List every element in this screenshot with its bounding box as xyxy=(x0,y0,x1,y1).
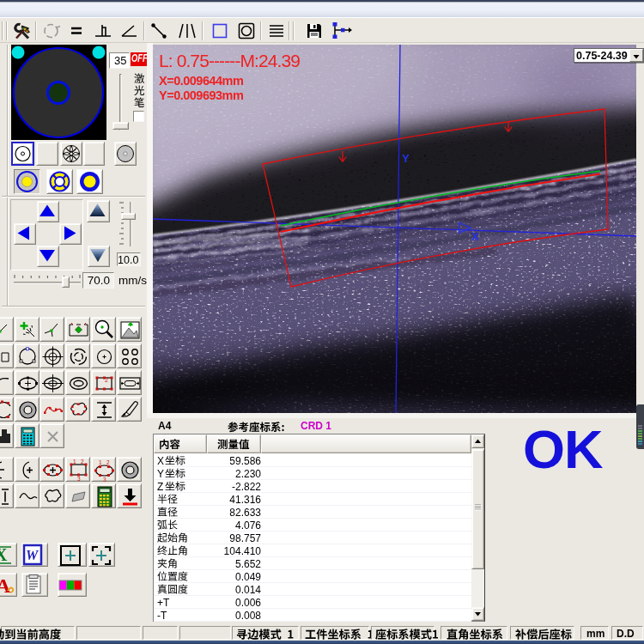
svg-text:2: 2 xyxy=(105,377,108,383)
svg-text:X=0.009644mm: X=0.009644mm xyxy=(159,74,243,88)
svg-text:Y=0.009693mm: Y=0.009693mm xyxy=(159,88,243,102)
svg-text:X: X xyxy=(471,230,479,243)
svg-text:W: W xyxy=(26,548,39,562)
svg-text:A: A xyxy=(0,574,11,596)
svg-text:L: 0.75------M:24.39: L: 0.75------M:24.39 xyxy=(159,51,300,70)
svg-text:X: X xyxy=(0,545,8,564)
svg-text:Y: Y xyxy=(402,152,410,165)
svg-text:1: 1 xyxy=(73,459,76,465)
svg-text:3: 3 xyxy=(77,476,81,482)
svg-text:1: 1 xyxy=(99,459,102,465)
svg-text:3: 3 xyxy=(103,477,106,483)
svg-text:2: 2 xyxy=(81,459,84,465)
svg-text:2: 2 xyxy=(106,459,110,465)
